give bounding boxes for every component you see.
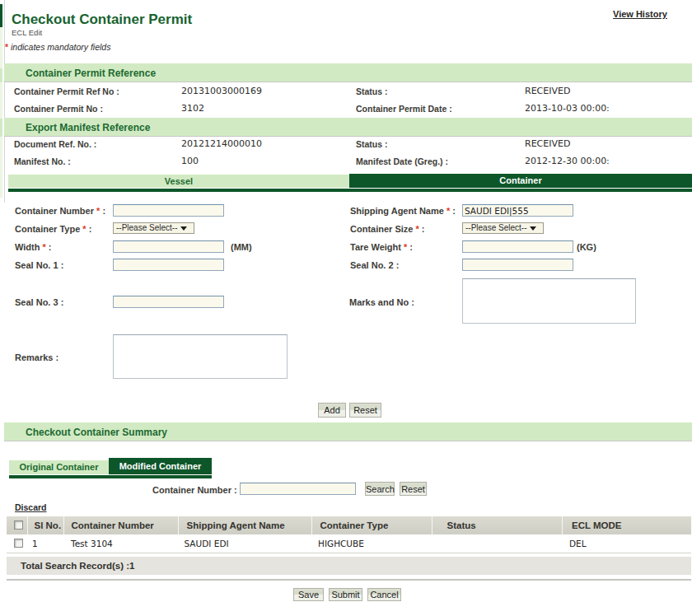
page-title: Checkout Container Permit bbox=[12, 12, 192, 28]
summary-tab-underline bbox=[9, 475, 212, 478]
cell-shipping-agent-name: SAUDI EDI bbox=[185, 539, 229, 548]
required-asterisk: * bbox=[82, 224, 86, 234]
section-title: Export Manifest Reference bbox=[26, 122, 150, 133]
column-separator bbox=[27, 516, 28, 534]
table-row: 1 Test 3104 SAUDI EDI HIGHCUBE DEL bbox=[7, 534, 691, 553]
left-frame-sliver bbox=[0, 68, 2, 82]
left-frame-sliver bbox=[0, 27, 2, 68]
total-records-text: Total Search Record(s) :1 bbox=[21, 561, 134, 571]
cancel-button[interactable]: Cancel bbox=[367, 588, 401, 601]
bottom-divider bbox=[7, 579, 691, 581]
required-asterisk: * bbox=[96, 206, 100, 216]
field-label-container-permit-ref-no: Container Permit Ref No : bbox=[14, 86, 119, 96]
field-label-document-ref-no: Document Ref. No. : bbox=[14, 139, 96, 149]
tab-vessel[interactable]: Vessel bbox=[8, 175, 349, 188]
search-container-number-input[interactable] bbox=[240, 483, 356, 495]
left-frame-sliver bbox=[0, 137, 2, 198]
remarks-label: Remarks : bbox=[15, 352, 58, 362]
cell-container-type: HIGHCUBE bbox=[318, 539, 364, 548]
search-container-number-label: Container Number : bbox=[152, 485, 237, 495]
marks-and-no-label: Marks and No : bbox=[349, 297, 414, 307]
table-footer: Total Search Record(s) :1 bbox=[7, 557, 691, 575]
left-frame-sliver bbox=[0, 82, 2, 119]
search-reset-button[interactable]: Reset bbox=[400, 482, 427, 496]
select-all-checkbox[interactable] bbox=[14, 520, 23, 530]
container-type-label: Container Type * : bbox=[15, 224, 91, 234]
required-asterisk: * bbox=[447, 206, 450, 216]
field-value-container-permit-ref-no: 20131003000169 bbox=[181, 86, 262, 96]
field-value-status: RECEIVED bbox=[525, 86, 570, 96]
tab-container[interactable]: Container bbox=[349, 174, 692, 188]
width-input[interactable] bbox=[113, 240, 224, 253]
column-separator bbox=[432, 516, 432, 534]
container-size-select[interactable]: --Please Select-- bbox=[462, 222, 544, 234]
field-label-manifest-date: Manifest Date (Greg.) : bbox=[356, 156, 448, 166]
seal-no-2-input[interactable] bbox=[462, 259, 573, 271]
field-label-container-permit-date: Container Permit Date : bbox=[356, 104, 452, 114]
column-separator bbox=[178, 516, 179, 534]
dropdown-arrow-icon bbox=[180, 226, 187, 231]
marks-and-no-textarea[interactable] bbox=[462, 278, 636, 324]
field-value-manifest-status: RECEIVED bbox=[525, 138, 570, 149]
field-value-container-permit-no: 3102 bbox=[181, 103, 204, 114]
section-header-container-permit-reference: Container Permit Reference bbox=[4, 63, 692, 82]
container-number-label: Container Number * : bbox=[15, 206, 105, 216]
seal-no-1-input[interactable] bbox=[113, 259, 224, 271]
field-label-manifest-no: Manifest No. : bbox=[14, 156, 71, 166]
column-header-status: Status bbox=[447, 520, 476, 530]
seal-no-3-label: Seal No. 3 : bbox=[15, 297, 63, 307]
field-label-manifest-status: Status : bbox=[356, 139, 388, 149]
section-title: Container Permit Reference bbox=[26, 68, 156, 79]
field-value-manifest-date: 2012-12-30 00:00: bbox=[525, 156, 610, 166]
mandatory-note-text: indicates mandatory fields bbox=[11, 42, 110, 52]
search-button[interactable]: Search bbox=[365, 482, 395, 496]
cell-sl-no: 1 bbox=[32, 539, 38, 548]
shipping-agent-name-input[interactable] bbox=[462, 204, 573, 217]
add-button[interactable]: Add bbox=[318, 403, 346, 418]
form-reset-button[interactable]: Reset bbox=[349, 403, 381, 418]
width-label: Width * : bbox=[15, 242, 52, 252]
cell-ecl-mode: DEL bbox=[569, 539, 587, 548]
column-header-container-number: Container Number bbox=[72, 520, 154, 530]
submit-button[interactable]: Submit bbox=[329, 588, 362, 601]
seal-no-3-input[interactable] bbox=[113, 296, 224, 308]
tare-weight-unit-label: (KG) bbox=[577, 242, 596, 252]
tab-underline bbox=[8, 189, 692, 192]
column-header-ecl-mode: ECL MODE bbox=[572, 520, 622, 530]
dropdown-arrow-icon bbox=[530, 226, 536, 231]
field-label-container-permit-no: Container Permit No : bbox=[14, 104, 103, 114]
container-size-label: Container Size * : bbox=[350, 224, 424, 234]
left-frame-sliver bbox=[0, 4, 2, 27]
seal-no-1-label: Seal No. 1 : bbox=[15, 260, 63, 270]
discard-link[interactable]: Discard bbox=[15, 502, 47, 512]
field-value-manifest-no: 100 bbox=[181, 156, 199, 166]
save-button[interactable]: Save bbox=[293, 588, 324, 601]
mandatory-asterisk: * bbox=[5, 42, 8, 52]
tare-weight-label: Tare Weight * : bbox=[350, 242, 413, 252]
summary-table-header: Sl No. Container Number Shipping Agent N… bbox=[7, 516, 691, 534]
column-header-sl-no: Sl No. bbox=[35, 520, 62, 530]
required-asterisk: * bbox=[43, 242, 46, 252]
field-label-status: Status : bbox=[356, 86, 388, 96]
required-asterisk: * bbox=[415, 224, 418, 234]
column-separator bbox=[562, 516, 563, 534]
container-type-select[interactable]: --Please Select-- bbox=[113, 222, 194, 234]
remarks-textarea[interactable] bbox=[113, 334, 288, 379]
tab-modified-container[interactable]: Modified Container bbox=[109, 458, 212, 474]
view-history-link[interactable]: View History bbox=[613, 9, 667, 19]
field-value-container-permit-date: 2013-10-03 00:00: bbox=[525, 103, 610, 114]
tab-original-container[interactable]: Original Container bbox=[9, 460, 109, 474]
column-separator bbox=[311, 516, 312, 534]
seal-no-2-label: Seal No. 2 : bbox=[350, 260, 399, 270]
page-subtitle: ECL Edit bbox=[12, 28, 42, 37]
row-checkbox[interactable] bbox=[14, 539, 23, 548]
required-asterisk: * bbox=[404, 242, 407, 252]
column-header-container-type: Container Type bbox=[320, 520, 389, 530]
container-number-input[interactable] bbox=[113, 204, 224, 217]
shipping-agent-name-label: Shipping Agent Name * : bbox=[350, 206, 456, 216]
column-header-shipping-agent-name: Shipping Agent Name bbox=[187, 520, 285, 530]
field-value-document-ref-no: 20121214000010 bbox=[181, 138, 262, 149]
cell-container-number: Test 3104 bbox=[71, 539, 113, 548]
tare-weight-input[interactable] bbox=[462, 240, 573, 253]
width-unit-label: (MM) bbox=[231, 242, 252, 252]
